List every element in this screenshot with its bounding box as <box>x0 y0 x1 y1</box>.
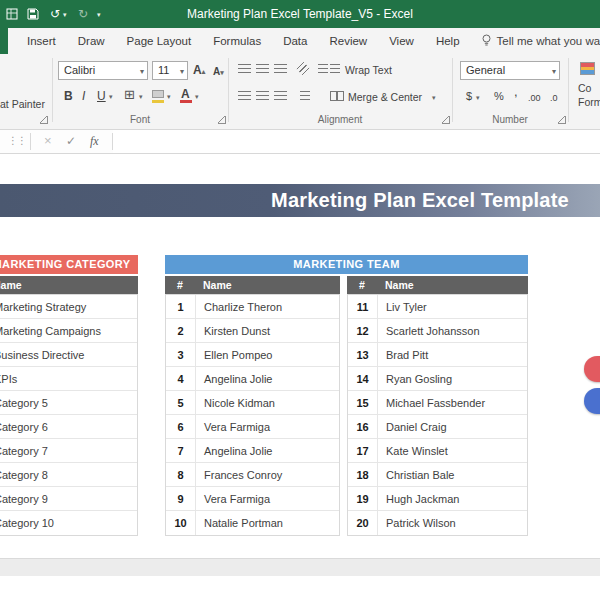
table-row[interactable]: 19Hugh Jackman <box>348 487 527 511</box>
insert-function-button[interactable]: fx <box>90 134 99 149</box>
table-row[interactable]: 5Nicole Kidman <box>166 391 339 415</box>
merge-center-icon[interactable] <box>330 91 344 101</box>
category-name-cell[interactable]: Category 6 <box>0 415 137 438</box>
row-number-cell[interactable]: 18 <box>348 463 378 486</box>
tell-me-search[interactable]: Tell me what you want <box>481 34 600 49</box>
category-name-cell[interactable]: KPIs <box>0 367 137 390</box>
tab-formulas[interactable]: Formulas <box>202 35 272 47</box>
accounting-format-icon[interactable]: $ <box>466 89 472 103</box>
category-name-cell[interactable]: Category 9 <box>0 487 137 510</box>
row-number-cell[interactable]: 7 <box>166 439 196 462</box>
table-row[interactable]: Category 8 <box>0 463 137 487</box>
conditional-formatting-label-line2[interactable]: Form <box>578 96 600 108</box>
table-row[interactable]: 7Angelina Jolie <box>166 439 339 463</box>
category-name-cell[interactable]: Category 7 <box>0 439 137 462</box>
number-dialog-launcher-icon[interactable] <box>558 116 566 124</box>
enter-icon[interactable]: ✓ <box>66 134 76 148</box>
chevron-down-icon[interactable]: ▾ <box>476 94 480 102</box>
side-button-blue[interactable] <box>584 388 600 414</box>
row-number-cell[interactable]: 13 <box>348 343 378 366</box>
format-painter-button[interactable]: at Painter <box>0 98 45 110</box>
table-row[interactable]: 14Ryan Gosling <box>348 367 527 391</box>
alignment-dialog-launcher-icon[interactable] <box>442 116 450 124</box>
row-number-cell[interactable]: 15 <box>348 391 378 414</box>
name-cell[interactable]: Vera Farmiga <box>196 487 339 510</box>
table-row[interactable]: KPIs <box>0 367 137 391</box>
wrap-text-button[interactable]: Wrap Text <box>345 64 392 76</box>
row-number-cell[interactable]: 5 <box>166 391 196 414</box>
row-number-cell[interactable]: 10 <box>166 511 196 535</box>
row-number-cell[interactable]: 2 <box>166 319 196 342</box>
cancel-icon[interactable]: × <box>44 133 52 148</box>
table-row[interactable]: Marketing Strategy <box>0 295 137 319</box>
clipboard-dialog-launcher-icon[interactable] <box>40 116 48 124</box>
chevron-down-icon[interactable]: ▾ <box>432 94 436 102</box>
conditional-formatting-label-line1[interactable]: Co <box>578 82 591 94</box>
table-row[interactable]: 18Christian Bale <box>348 463 527 487</box>
table-row[interactable]: 8Frances Conroy <box>166 463 339 487</box>
name-cell[interactable]: Kirsten Dunst <box>196 319 339 342</box>
table-row[interactable]: 9Vera Farmiga <box>166 487 339 511</box>
font-color-icon[interactable]: A <box>181 87 190 101</box>
table-row[interactable]: Category 6 <box>0 415 137 439</box>
name-cell[interactable]: Michael Fassbender <box>378 391 527 414</box>
borders-icon[interactable]: ⊞ <box>124 88 135 102</box>
grow-font-button[interactable]: A▴ <box>193 63 205 79</box>
conditional-formatting-icon[interactable] <box>580 62 595 75</box>
tab-insert[interactable]: Insert <box>16 35 67 47</box>
table-row[interactable]: Business Directive <box>0 343 137 367</box>
name-cell[interactable]: Daniel Craig <box>378 415 527 438</box>
name-cell[interactable]: Ryan Gosling <box>378 367 527 390</box>
table-row[interactable]: Category 7 <box>0 439 137 463</box>
row-number-cell[interactable]: 3 <box>166 343 196 366</box>
tab-file[interactable]: File <box>0 28 8 54</box>
italic-button[interactable]: I <box>82 89 85 103</box>
tab-help[interactable]: Help <box>425 35 471 47</box>
tab-draw[interactable]: Draw <box>67 35 116 47</box>
name-cell[interactable]: Kate Winslet <box>378 439 527 462</box>
decrease-decimal-icon[interactable]: .0 <box>550 91 558 105</box>
name-cell[interactable]: Angelina Jolie <box>196 367 339 390</box>
table-row[interactable]: Marketing Campaigns <box>0 319 137 343</box>
table-row[interactable]: 3Ellen Pompeo <box>166 343 339 367</box>
table-row[interactable]: 17Kate Winslet <box>348 439 527 463</box>
chevron-down-icon[interactable]: ▾ <box>139 93 143 101</box>
table-row[interactable]: 16Daniel Craig <box>348 415 527 439</box>
table-row[interactable]: 11Liv Tyler <box>348 295 527 319</box>
decrease-indent-icon[interactable] <box>318 64 328 73</box>
name-cell[interactable]: Angelina Jolie <box>196 439 339 462</box>
chevron-down-icon[interactable]: ▾ <box>167 93 171 101</box>
font-dialog-launcher-icon[interactable] <box>218 116 226 124</box>
table-row[interactable]: 6Vera Farmiga <box>166 415 339 439</box>
underline-button[interactable]: U <box>97 89 106 103</box>
table-row[interactable]: 12Scarlett Johansson <box>348 319 527 343</box>
table-row[interactable]: 15Michael Fassbender <box>348 391 527 415</box>
chevron-down-icon[interactable]: ▾ <box>195 93 199 101</box>
percent-style-icon[interactable]: % <box>494 89 504 103</box>
category-name-cell[interactable]: Business Directive <box>0 343 137 366</box>
table-row[interactable]: 4Angelina Jolie <box>166 367 339 391</box>
table-row[interactable]: Category 5 <box>0 391 137 415</box>
row-number-cell[interactable]: 20 <box>348 511 378 535</box>
category-name-cell[interactable]: Category 5 <box>0 391 137 414</box>
table-row[interactable]: 20Patrick Wilson <box>348 511 527 535</box>
align-middle-icon[interactable] <box>256 64 269 73</box>
comma-style-icon[interactable]: , <box>514 85 518 99</box>
name-cell[interactable]: Patrick Wilson <box>378 511 527 535</box>
table-row[interactable]: 1Charlize Theron <box>166 295 339 319</box>
align-left-icon[interactable] <box>238 91 251 100</box>
name-cell[interactable]: Liv Tyler <box>378 295 527 318</box>
table-row[interactable]: Category 9 <box>0 487 137 511</box>
table-row[interactable]: 13Brad Pitt <box>348 343 527 367</box>
wrap-text-icon[interactable] <box>330 64 340 73</box>
row-number-cell[interactable]: 16 <box>348 415 378 438</box>
orientation-icon[interactable] <box>296 62 309 75</box>
font-name-select[interactable]: Calibri ▾ <box>58 61 148 80</box>
bold-button[interactable]: B <box>64 89 73 103</box>
name-cell[interactable]: Hugh Jackman <box>378 487 527 510</box>
name-cell[interactable]: Nicole Kidman <box>196 391 339 414</box>
name-cell[interactable]: Frances Conroy <box>196 463 339 486</box>
font-size-select[interactable]: 11 ▾ <box>152 61 188 80</box>
row-number-cell[interactable]: 9 <box>166 487 196 510</box>
category-name-cell[interactable]: Marketing Strategy <box>0 295 137 318</box>
